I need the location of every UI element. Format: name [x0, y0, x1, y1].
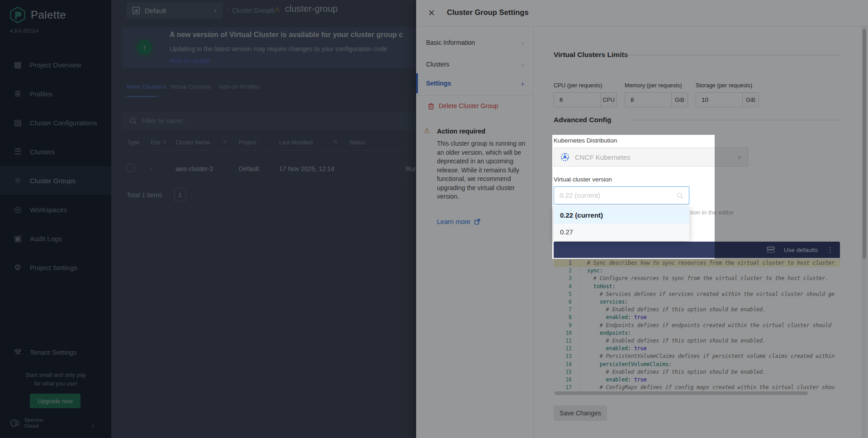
code-line-8: 8 enabled: true [554, 314, 840, 321]
warning-body: This cluster group is running on an olde… [437, 139, 531, 201]
memory-field: GiB [625, 92, 688, 107]
code-line-13: 13 # PersistentVolumeClaims defines if p… [554, 352, 840, 360]
cpu-label: CPU (per requests) [554, 82, 602, 89]
line-content: enabled: true [587, 314, 647, 321]
code-line-15: 15 # Enabled defines if this option shou… [554, 368, 840, 376]
version-option-027[interactable]: 0.27 [554, 224, 689, 240]
line-number: 11 [554, 337, 572, 345]
chevron-right-icon: › [522, 80, 524, 87]
chevron-right-icon: › [522, 61, 524, 68]
app-window: Palette 4.9.0-251114 ▦Project Overview≣P… [0, 0, 868, 438]
line-number: 3 [554, 275, 572, 282]
editor-hint-text-fragment: tion in the editor [690, 209, 734, 216]
drawer-nav: Basic Information › Clusters › Settings … [416, 26, 534, 438]
line-number: 1 [554, 259, 572, 267]
code-line-12: 12 enabled: true [554, 345, 840, 352]
delete-label: Delete Cluster Group [439, 102, 498, 110]
nav-item-label: Settings [426, 80, 522, 87]
line-number: 15 [554, 368, 572, 376]
line-content: # Services defines if services created w… [587, 290, 835, 298]
drawer-nav-clusters[interactable]: Clusters › [416, 54, 534, 74]
limits-section-title: Virtual Clusters Limits [554, 51, 628, 59]
memory-input[interactable] [625, 93, 671, 107]
line-content: # Enabled defines if this option should … [587, 337, 766, 345]
line-number: 5 [554, 290, 572, 298]
code-line-16: 16 enabled: true [554, 376, 840, 384]
storage-unit: GiB [742, 93, 759, 107]
line-content: persistentVolumeClaims: [587, 361, 672, 368]
storage-label: Storage (per requests) [696, 82, 752, 89]
kebab-menu-icon[interactable]: ⋮ [827, 246, 834, 254]
external-link-icon [474, 219, 480, 225]
use-defaults-button[interactable]: Use defaults [784, 247, 818, 253]
cluster-group-settings-drawer: ✕ Cluster Group Settings Basic Informati… [416, 0, 868, 438]
delete-cluster-group-button[interactable]: Delete Cluster Group [428, 102, 498, 110]
code-line-11: 11 # Enabled defines if this option shou… [554, 337, 840, 345]
line-number: 4 [554, 283, 572, 290]
section-divider [621, 55, 840, 55]
line-content: sync: [587, 267, 603, 275]
line-content: endpoints: [587, 329, 631, 337]
drawer-nav-settings[interactable]: Settings › [416, 73, 534, 93]
version-option-current[interactable]: 0.22 (current) [554, 206, 689, 224]
close-icon[interactable]: ✕ [428, 8, 435, 18]
line-content: # PersistentVolumeClaims defines if pers… [587, 352, 835, 360]
code-line-14: 14 persistentVolumeClaims: [554, 361, 840, 368]
line-number: 9 [554, 322, 572, 329]
code-line-17: 17 # ConfigMaps defines if config maps c… [554, 384, 840, 391]
k8s-distribution-select[interactable]: CNCF Kubernetes ∨ [554, 148, 748, 167]
line-number: 8 [554, 314, 572, 321]
storage-input[interactable] [696, 93, 742, 107]
line-number: 6 [554, 298, 572, 306]
k8s-distribution-label: Kubernetes Distribution [554, 137, 617, 144]
code-line-10: 10 endpoints: [554, 329, 840, 337]
code-line-6: 6 services: [554, 298, 840, 306]
virtual-cluster-version-label: Virtual cluster version [554, 176, 612, 183]
warning-title: Action required [437, 128, 485, 135]
line-number: 2 [554, 267, 572, 275]
drawer-nav-basic-information[interactable]: Basic Information › [416, 33, 534, 52]
cpu-input[interactable] [554, 93, 600, 107]
learn-more-label: Learn more [437, 218, 470, 225]
save-changes-button[interactable]: Save Changes [554, 405, 607, 421]
drawer-title: Cluster Group Settings [447, 8, 529, 17]
line-content: enabled: true [587, 345, 647, 352]
chevron-right-icon: › [522, 39, 524, 47]
editor-toolbar: Use defaults ⋮ [554, 242, 840, 258]
line-number: 17 [554, 384, 572, 391]
active-nav-indicator [416, 73, 418, 93]
version-dropdown-panel: 0.22 (current) 0.27 [554, 206, 689, 241]
kubernetes-icon [560, 152, 569, 162]
k8s-distribution-value: CNCF Kubernetes [575, 153, 732, 161]
editor-horizontal-scrollbar[interactable] [555, 391, 808, 395]
yaml-code-editor[interactable]: 1# Sync describes how to sync resources … [554, 258, 840, 396]
nav-item-label: Basic Information [426, 39, 522, 46]
code-line-5: 5 # Services defines if services created… [554, 290, 840, 298]
version-input[interactable] [560, 187, 673, 204]
line-number: 14 [554, 361, 572, 368]
line-content: toHost: [587, 283, 615, 290]
drawer-backdrop[interactable] [0, 0, 416, 438]
chevron-down-icon: ∨ [737, 154, 741, 160]
learn-more-link[interactable]: Learn more [437, 218, 480, 225]
nav-item-label: Clusters [426, 61, 522, 68]
diff-editor-icon[interactable] [767, 247, 775, 253]
code-line-3: 3 # Configure resources to sync from the… [554, 275, 840, 282]
drawer-header: ✕ Cluster Group Settings [416, 0, 868, 26]
line-number: 7 [554, 306, 572, 314]
line-content: # Enabled defines if this option should … [587, 368, 766, 376]
line-content: # Endpoints defines if endpoints created… [587, 322, 831, 329]
version-combobox [554, 186, 689, 205]
section-divider [631, 120, 840, 120]
line-content: # ConfigMaps defines if config maps crea… [587, 384, 835, 391]
line-content: # Enabled defines if this option should … [587, 306, 766, 314]
memory-unit: GiB [671, 93, 688, 107]
search-icon [677, 192, 683, 199]
code-line-7: 7 # Enabled defines if this option shoul… [554, 306, 840, 314]
trash-icon [428, 103, 434, 110]
line-number: 10 [554, 329, 572, 337]
drawer-scrollbar-thumb[interactable] [863, 29, 866, 259]
code-line-1: 1# Sync describes how to sync resources … [554, 259, 840, 267]
code-line-2: 2sync: [554, 267, 840, 275]
cpu-unit: CPU [600, 93, 617, 107]
